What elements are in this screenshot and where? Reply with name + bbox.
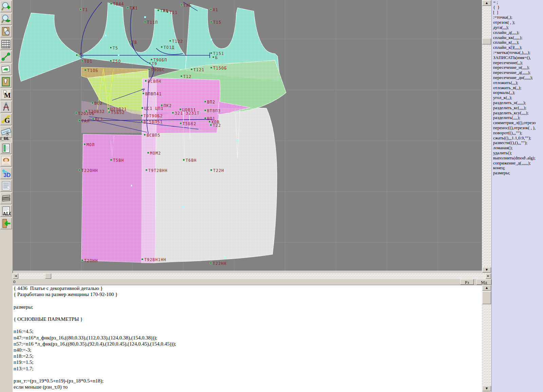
algorithm-editor[interactable]: { 4436 Платье с декоративной деталью }{ … <box>13 285 482 392</box>
command-item[interactable]: размеры; <box>492 171 543 176</box>
rz-button[interactable]: Рз <box>460 279 474 285</box>
books-icon[interactable] <box>0 193 12 204</box>
command-item[interactable]: угол_к(,,); <box>492 95 543 100</box>
svg-text:Т15: Т15 <box>213 20 221 25</box>
code-line[interactable]: если меньше (рзн_т,0) то <box>13 384 482 390</box>
command-item[interactable]: сплайн_кк(,,,,,); <box>492 35 543 40</box>
table-icon[interactable] <box>0 142 12 154</box>
command-item[interactable]: нормаль(,,); <box>492 90 543 95</box>
command-item[interactable]: ломаная(); <box>492 145 543 151</box>
code-line[interactable] <box>13 372 482 378</box>
pattern-canvas[interactable]: Т1ТВ44ТЖ1ТХБХ1ТЖАТ11Т11ПТ15ТВТ122Т5ТО1ДТ… <box>13 0 482 271</box>
alg-doc-icon[interactable]: ALG <box>0 205 12 217</box>
command-item[interactable]: [ ] <box>492 10 543 15</box>
command-item[interactable]: разделить(,,,,); <box>492 115 543 120</box>
command-item[interactable]: поворот((),,,""); <box>492 131 543 136</box>
canvas-scroll-right-icon[interactable]: ► <box>486 273 491 279</box>
command-item[interactable]: сплайн_к[](,,,,); <box>492 45 543 50</box>
command-list-panel: = ;{ }[ ]:=точка(,);отрезок( , );дуга(,,… <box>491 0 543 392</box>
code-line[interactable]: п57:=п16 *л_фнк(рз_16,((80,0.35),(92,0.4… <box>13 341 482 347</box>
canvas-hscroll-thumb[interactable] <box>45 273 51 279</box>
code-line[interactable]: п19:=1.5; <box>13 359 482 365</box>
command-item[interactable]: :=точка(,); <box>492 15 543 20</box>
command-item[interactable]: сжать((),,,1.1,0.9,""); <box>492 136 543 141</box>
svg-text:Т15ОБ: Т15ОБ <box>213 66 227 71</box>
view-pattern-icon[interactable] <box>0 26 12 37</box>
canvas-scroll-down-icon[interactable]: ▼ <box>482 267 491 273</box>
code-line[interactable]: рзн_т:=(рз_19*0.5+п19)-(рз_18*0.5+п18); <box>13 378 482 384</box>
command-item[interactable]: пересечение_н(,,,,); <box>492 65 543 70</box>
code-line[interactable]: п40:=-3; <box>13 347 482 353</box>
command-item[interactable]: удалить(); <box>492 151 543 156</box>
editor-scroll-up-icon[interactable]: ▲ <box>482 285 491 291</box>
zoom-out-icon[interactable] <box>0 13 12 25</box>
code-line[interactable]: { 4436 Платье с декоративной деталью } <box>13 285 482 291</box>
canvas-hscrollbar[interactable] <box>13 273 491 279</box>
command-item[interactable]: сплайн_д(,,,,); <box>492 30 543 35</box>
text-list-icon[interactable] <box>0 180 12 192</box>
command-item[interactable]: симметрия_л((),отрезо <box>492 120 543 125</box>
command-item[interactable]: отрезок( , ); <box>492 20 543 25</box>
command-item[interactable]: развести((),(),,,""); <box>492 140 543 145</box>
command-item[interactable]: сплайн_к(,,,,); <box>492 40 543 45</box>
svg-text:Т2ОНН: Т2ОНН <box>84 258 98 263</box>
command-item[interactable]: дуга(,,,); <box>492 25 543 30</box>
code-line[interactable]: п16:=4.5; <box>13 328 482 334</box>
command-item[interactable]: = ; <box>492 0 543 5</box>
svg-text:ВСВП4: ВСВП4 <box>148 79 162 84</box>
canvas-scroll-left-icon[interactable]: ◄ <box>13 273 18 279</box>
code-line[interactable]: п18:=2.5; <box>13 353 482 359</box>
canvas-scroll-up-icon[interactable]: ▲ <box>482 0 491 6</box>
map-view-icon[interactable] <box>0 63 12 75</box>
command-item[interactable]: отложить(,,,); <box>492 80 543 85</box>
command-item[interactable]: разделить_н(,,,,,); <box>492 100 543 105</box>
svg-text:ТВ: ТВ <box>132 40 137 45</box>
exit-icon[interactable] <box>0 218 12 229</box>
code-line[interactable]: { ОСНОВНЫЕ ПАРАМЕТРЫ } <box>13 316 482 322</box>
grid-icon[interactable] <box>0 38 12 50</box>
command-item[interactable]: пересечение_д(,,,,,); <box>492 70 543 75</box>
code-line[interactable]: { Разработано на размер женщины 170-92-1… <box>13 291 482 297</box>
s-ruler-icon[interactable]: S <box>0 126 12 138</box>
command-item[interactable]: :=метка(точка(,),,,,); <box>492 50 543 55</box>
g-ruler-icon[interactable]: G <box>0 114 12 125</box>
app-window: MGS3DALGi_66. <box>0 0 543 392</box>
command-item[interactable]: разделить_кс(,,,,); <box>492 105 543 111</box>
command-item[interactable]: пересечение(,,); <box>492 60 543 65</box>
code-line[interactable] <box>13 310 482 316</box>
command-item[interactable]: выполнить(dmod\.alg); <box>492 156 543 161</box>
svg-text:Т11: Т11 <box>169 10 177 15</box>
svg-text:ТО1Д: ТО1Д <box>164 45 175 50</box>
code-line[interactable]: п47:=п16*л_фнк(рз_16,((80,0.33),(112,0.3… <box>13 335 482 341</box>
svg-text:ПК2: ПК2 <box>164 103 172 108</box>
canvas-vscroll-thumb[interactable] <box>482 38 491 44</box>
code-line[interactable]: размеры; <box>13 304 482 310</box>
svg-text:ТЖ1: ТЖ1 <box>130 6 138 11</box>
svg-text:Х1: Х1 <box>213 7 218 12</box>
pattern-card-icon[interactable] <box>0 76 12 87</box>
editor-vscroll-thumb[interactable] <box>482 291 491 304</box>
command-item[interactable]: разделить_ксу(,,,,); <box>492 111 543 116</box>
segment-icon[interactable] <box>0 51 12 62</box>
zoom-in-icon[interactable] <box>0 1 12 12</box>
command-item[interactable]: конец; <box>492 165 543 171</box>
3d-icon[interactable]: 3D <box>0 168 12 179</box>
svg-text:Т12: Т12 <box>183 74 191 79</box>
command-item[interactable]: сопряжение_д(,,,,,,); <box>492 161 543 166</box>
svg-text:Т11П: Т11П <box>147 20 158 25</box>
svg-text:Т5ВН: Т5ВН <box>113 158 124 163</box>
measure-m-icon[interactable]: M <box>0 89 12 100</box>
code-line[interactable] <box>13 322 482 328</box>
portrait-icon[interactable] <box>0 155 12 166</box>
command-item[interactable]: пересечение_дн(,,,,,); <box>492 75 543 80</box>
command-item[interactable]: отложить_в(,,); <box>492 85 543 91</box>
code-line[interactable]: п13:=1.7; <box>13 366 482 372</box>
code-line[interactable] <box>13 297 482 303</box>
compass-icon[interactable] <box>0 101 12 113</box>
command-item[interactable]: перенос((),отрезок( , ), <box>492 125 543 131</box>
command-item[interactable]: { } <box>492 5 543 10</box>
md-button[interactable]: Мд <box>476 279 491 285</box>
command-item[interactable]: ЗАПИСАТЬ(имя=(), <box>492 55 543 60</box>
editor-scroll-down-icon[interactable]: ▼ <box>482 386 491 391</box>
svg-text:Т9Т9ОБ2: Т9Т9ОБ2 <box>144 114 163 118</box>
